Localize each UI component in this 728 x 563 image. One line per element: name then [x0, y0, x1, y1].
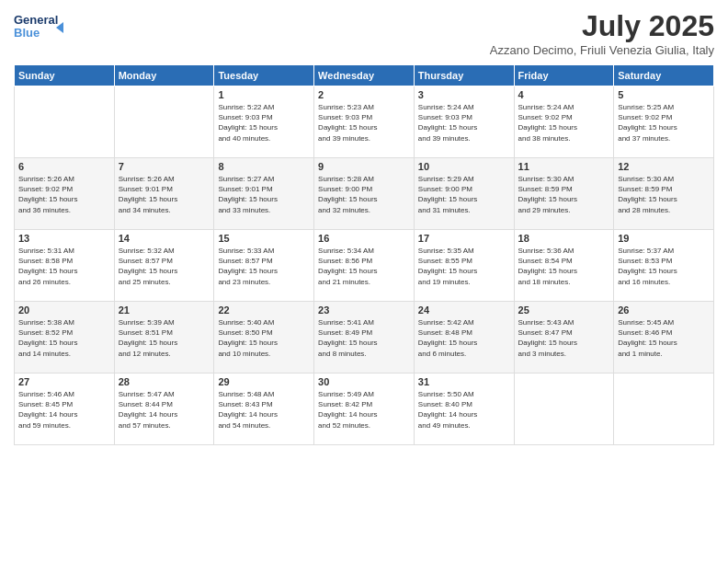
- svg-text:Blue: Blue: [14, 26, 40, 40]
- day-info: Sunrise: 5:30 AM Sunset: 8:59 PM Dayligh…: [518, 174, 610, 215]
- weekday-header-wednesday: Wednesday: [314, 65, 415, 86]
- day-info: Sunrise: 5:24 AM Sunset: 9:02 PM Dayligh…: [518, 102, 610, 144]
- day-info: Sunrise: 5:28 AM Sunset: 9:00 PM Dayligh…: [318, 174, 410, 215]
- day-number: 23: [318, 304, 410, 316]
- day-info: Sunrise: 5:29 AM Sunset: 9:00 PM Dayligh…: [418, 174, 510, 215]
- calendar-cell: 27Sunrise: 5:46 AM Sunset: 8:45 PM Dayli…: [15, 373, 115, 445]
- day-number: 29: [218, 376, 310, 387]
- calendar-cell: 31Sunrise: 5:50 AM Sunset: 8:40 PM Dayli…: [414, 373, 514, 445]
- calendar-cell: [15, 86, 115, 158]
- calendar-cell: 30Sunrise: 5:49 AM Sunset: 8:42 PM Dayli…: [314, 373, 415, 445]
- day-info: Sunrise: 5:40 AM Sunset: 8:50 PM Dayligh…: [218, 317, 310, 359]
- day-info: Sunrise: 5:37 AM Sunset: 8:53 PM Dayligh…: [618, 246, 710, 287]
- day-info: Sunrise: 5:42 AM Sunset: 8:48 PM Dayligh…: [418, 317, 510, 359]
- day-number: 7: [119, 161, 210, 172]
- day-info: Sunrise: 5:26 AM Sunset: 9:02 PM Dayligh…: [18, 174, 110, 215]
- day-number: 10: [418, 161, 510, 172]
- calendar-cell: 19Sunrise: 5:37 AM Sunset: 8:53 PM Dayli…: [614, 230, 714, 302]
- calendar: SundayMondayTuesdayWednesdayThursdayFrid…: [14, 64, 714, 445]
- calendar-cell: 2Sunrise: 5:23 AM Sunset: 9:03 PM Daylig…: [314, 86, 415, 158]
- day-number: 11: [518, 161, 610, 172]
- calendar-cell: [514, 373, 614, 445]
- day-number: 27: [18, 376, 110, 387]
- day-number: 26: [618, 304, 710, 316]
- day-number: 25: [518, 304, 610, 316]
- day-info: Sunrise: 5:43 AM Sunset: 8:47 PM Dayligh…: [518, 317, 610, 359]
- day-info: Sunrise: 5:31 AM Sunset: 8:58 PM Dayligh…: [18, 246, 110, 287]
- day-info: Sunrise: 5:24 AM Sunset: 9:03 PM Dayligh…: [418, 102, 510, 144]
- day-number: 4: [518, 89, 610, 100]
- month-title: July 2025: [490, 9, 714, 43]
- calendar-cell: 9Sunrise: 5:28 AM Sunset: 9:00 PM Daylig…: [314, 158, 415, 230]
- day-info: Sunrise: 5:36 AM Sunset: 8:54 PM Dayligh…: [518, 246, 610, 287]
- day-info: Sunrise: 5:23 AM Sunset: 9:03 PM Dayligh…: [318, 102, 410, 144]
- day-number: 18: [518, 233, 610, 244]
- calendar-cell: 26Sunrise: 5:45 AM Sunset: 8:46 PM Dayli…: [614, 302, 714, 373]
- calendar-cell: 6Sunrise: 5:26 AM Sunset: 9:02 PM Daylig…: [15, 158, 115, 230]
- day-number: 13: [18, 233, 110, 244]
- calendar-cell: [614, 373, 714, 445]
- title-area: July 2025 Azzano Decimo, Friuli Venezia …: [490, 9, 714, 57]
- calendar-cell: 1Sunrise: 5:22 AM Sunset: 9:03 PM Daylig…: [214, 86, 314, 158]
- day-info: Sunrise: 5:48 AM Sunset: 8:43 PM Dayligh…: [218, 389, 310, 431]
- day-number: 20: [18, 304, 110, 316]
- calendar-cell: 14Sunrise: 5:32 AM Sunset: 8:57 PM Dayli…: [114, 230, 214, 302]
- day-info: Sunrise: 5:35 AM Sunset: 8:55 PM Dayligh…: [418, 246, 510, 287]
- calendar-cell: 17Sunrise: 5:35 AM Sunset: 8:55 PM Dayli…: [414, 230, 514, 302]
- calendar-cell: 13Sunrise: 5:31 AM Sunset: 8:58 PM Dayli…: [15, 230, 115, 302]
- day-number: 12: [618, 161, 710, 172]
- weekday-header-thursday: Thursday: [414, 65, 514, 86]
- svg-text:General: General: [14, 13, 58, 27]
- day-number: 15: [218, 233, 310, 244]
- calendar-cell: 10Sunrise: 5:29 AM Sunset: 9:00 PM Dayli…: [414, 158, 514, 230]
- day-number: 21: [119, 304, 210, 316]
- header: General Blue July 2025 Azzano Decimo, Fr…: [14, 9, 714, 57]
- day-info: Sunrise: 5:41 AM Sunset: 8:49 PM Dayligh…: [318, 317, 410, 359]
- calendar-cell: 3Sunrise: 5:24 AM Sunset: 9:03 PM Daylig…: [414, 86, 514, 158]
- day-number: 28: [119, 376, 210, 387]
- day-info: Sunrise: 5:49 AM Sunset: 8:42 PM Dayligh…: [318, 389, 410, 431]
- day-number: 2: [318, 89, 410, 100]
- weekday-header-friday: Friday: [514, 65, 614, 86]
- day-number: 16: [318, 233, 410, 244]
- day-number: 1: [218, 89, 310, 100]
- calendar-cell: 28Sunrise: 5:47 AM Sunset: 8:44 PM Dayli…: [114, 373, 214, 445]
- day-info: Sunrise: 5:27 AM Sunset: 9:01 PM Dayligh…: [218, 174, 310, 215]
- day-number: 9: [318, 161, 410, 172]
- day-info: Sunrise: 5:38 AM Sunset: 8:52 PM Dayligh…: [18, 317, 110, 359]
- day-info: Sunrise: 5:39 AM Sunset: 8:51 PM Dayligh…: [119, 317, 210, 359]
- weekday-header-sunday: Sunday: [15, 65, 115, 86]
- calendar-cell: 22Sunrise: 5:40 AM Sunset: 8:50 PM Dayli…: [214, 302, 314, 373]
- day-number: 24: [418, 304, 510, 316]
- day-info: Sunrise: 5:45 AM Sunset: 8:46 PM Dayligh…: [618, 317, 710, 359]
- logo: General Blue: [14, 9, 64, 48]
- calendar-cell: 18Sunrise: 5:36 AM Sunset: 8:54 PM Dayli…: [514, 230, 614, 302]
- day-number: 14: [119, 233, 210, 244]
- day-number: 30: [318, 376, 410, 387]
- day-number: 31: [418, 376, 510, 387]
- calendar-cell: 4Sunrise: 5:24 AM Sunset: 9:02 PM Daylig…: [514, 86, 614, 158]
- calendar-cell: 21Sunrise: 5:39 AM Sunset: 8:51 PM Dayli…: [114, 302, 214, 373]
- calendar-cell: 25Sunrise: 5:43 AM Sunset: 8:47 PM Dayli…: [514, 302, 614, 373]
- day-info: Sunrise: 5:33 AM Sunset: 8:57 PM Dayligh…: [218, 246, 310, 287]
- day-number: 17: [418, 233, 510, 244]
- calendar-cell: 7Sunrise: 5:26 AM Sunset: 9:01 PM Daylig…: [114, 158, 214, 230]
- weekday-header-saturday: Saturday: [614, 65, 714, 86]
- calendar-cell: 16Sunrise: 5:34 AM Sunset: 8:56 PM Dayli…: [314, 230, 415, 302]
- location-subtitle: Azzano Decimo, Friuli Venezia Giulia, It…: [490, 43, 714, 57]
- day-number: 19: [618, 233, 710, 244]
- day-info: Sunrise: 5:32 AM Sunset: 8:57 PM Dayligh…: [119, 246, 210, 287]
- day-info: Sunrise: 5:47 AM Sunset: 8:44 PM Dayligh…: [119, 389, 210, 431]
- calendar-cell: 12Sunrise: 5:30 AM Sunset: 8:59 PM Dayli…: [614, 158, 714, 230]
- day-number: 22: [218, 304, 310, 316]
- calendar-cell: 8Sunrise: 5:27 AM Sunset: 9:01 PM Daylig…: [214, 158, 314, 230]
- day-info: Sunrise: 5:22 AM Sunset: 9:03 PM Dayligh…: [218, 102, 310, 144]
- day-info: Sunrise: 5:46 AM Sunset: 8:45 PM Dayligh…: [18, 389, 110, 431]
- calendar-cell: [114, 86, 214, 158]
- day-info: Sunrise: 5:30 AM Sunset: 8:59 PM Dayligh…: [618, 174, 710, 215]
- day-info: Sunrise: 5:26 AM Sunset: 9:01 PM Dayligh…: [119, 174, 210, 215]
- calendar-cell: 20Sunrise: 5:38 AM Sunset: 8:52 PM Dayli…: [15, 302, 115, 373]
- calendar-cell: 29Sunrise: 5:48 AM Sunset: 8:43 PM Dayli…: [214, 373, 314, 445]
- weekday-header-tuesday: Tuesday: [214, 65, 314, 86]
- calendar-cell: 15Sunrise: 5:33 AM Sunset: 8:57 PM Dayli…: [214, 230, 314, 302]
